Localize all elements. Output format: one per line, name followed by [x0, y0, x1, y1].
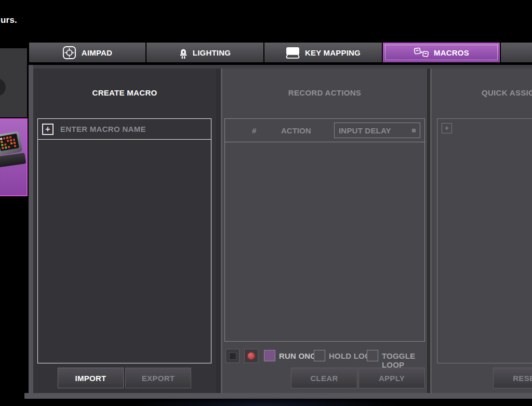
crosshair-icon — [62, 46, 76, 60]
stop-button[interactable] — [225, 349, 240, 363]
actions-table: # ACTION INPUT DELAY — [224, 118, 425, 342]
device-tile-selected[interactable] — [0, 118, 28, 196]
tab-label: AIMPAD — [82, 48, 112, 57]
input-delay-label: INPUT DELAY — [339, 126, 391, 135]
export-button[interactable]: EXPORT — [125, 368, 191, 388]
wrist-rest-image — [0, 153, 26, 168]
content-top-edge — [33, 65, 532, 69]
bottom-glow — [130, 397, 400, 406]
tab-next-partial[interactable] — [501, 43, 532, 62]
tab-label: MACROS — [434, 48, 469, 57]
reset-button[interactable]: RESET — [493, 368, 532, 388]
record-actions-panel: RECORD ACTIONS # ACTION INPUT DELAY RUN … — [221, 69, 427, 393]
device-tile-unselected[interactable] — [0, 48, 27, 117]
tab-label: KEY MAPPING — [305, 48, 361, 57]
quick-assign-list-box: + — [437, 118, 532, 363]
apply-button[interactable]: APPLY — [358, 368, 425, 388]
input-delay-select[interactable]: INPUT DELAY — [334, 123, 420, 138]
macro-name-row: + — [38, 119, 211, 140]
keypad-image — [0, 131, 22, 155]
run-once-checkbox[interactable] — [264, 350, 275, 361]
dropdown-indicator-icon — [412, 129, 416, 132]
macro-list-box: + — [37, 118, 211, 363]
record-icon — [247, 351, 256, 360]
toggle-loop-checkbox[interactable] — [367, 350, 378, 361]
quick-assign-panel: QUICK ASSIGN + RESET — [430, 69, 532, 393]
quick-assign-add-button[interactable]: + — [442, 123, 452, 133]
tab-label: LIGHTING — [193, 48, 231, 57]
record-button[interactable] — [244, 349, 258, 363]
create-macro-panel: CREATE MACRO + IMPORT EXPORT — [33, 69, 216, 393]
record-actions-title: RECORD ACTIONS — [222, 88, 427, 97]
actions-table-header: # ACTION INPUT DELAY — [225, 119, 424, 142]
macro-keys-icon — [414, 47, 429, 58]
tab-macros[interactable]: MACROS — [383, 43, 500, 62]
add-macro-button[interactable]: + — [42, 124, 54, 135]
tab-key-mapping[interactable]: KEY MAPPING — [264, 43, 382, 62]
hold-loop-checkbox[interactable] — [314, 350, 325, 361]
tab-lighting[interactable]: LIGHTING — [147, 43, 263, 62]
column-number: # — [252, 126, 256, 135]
import-button[interactable]: IMPORT — [58, 368, 124, 388]
create-macro-title: CREATE MACRO — [33, 88, 216, 97]
tab-aimpad[interactable]: AIMPAD — [29, 43, 145, 62]
keycap-icon — [286, 47, 300, 59]
quick-assign-title: QUICK ASSIGN — [482, 88, 532, 97]
top-partial-text: urs. — [1, 15, 17, 25]
macro-name-input[interactable] — [60, 125, 211, 133]
column-action: ACTION — [281, 126, 311, 135]
toggle-loop-label: TOGGLE LOOP — [382, 351, 427, 369]
led-icon — [179, 47, 188, 59]
stop-icon — [229, 353, 236, 360]
clear-button[interactable]: CLEAR — [291, 368, 357, 388]
content-left-edge — [29, 65, 33, 393]
